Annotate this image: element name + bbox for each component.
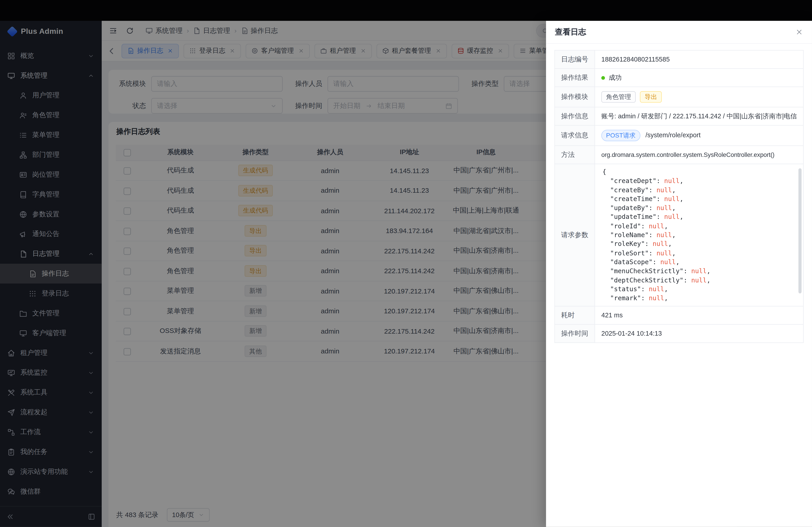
json-line: "createDept": null, (603, 177, 796, 186)
field-label: 请求信息 (555, 125, 595, 146)
view-log-drawer: 查看日志 日志编号 1882612840802115585 操作结果 成功 操作… (546, 21, 812, 527)
log-detail: 日志编号 1882612840802115585 操作结果 成功 操作模块 角色… (554, 50, 804, 343)
close-icon[interactable] (795, 28, 803, 36)
field-label: 操作时间 (555, 325, 595, 343)
request-info-value: POST请求/system/role/export (595, 125, 803, 146)
row-method: 方法 org.dromara.system.controller.system.… (555, 146, 803, 164)
row-duration: 耗时 421 ms (555, 306, 803, 325)
request-params-cell: { "createDept": null, "createBy": null, … (595, 164, 803, 306)
field-label: 操作模块 (555, 87, 595, 107)
row-time: 操作时间 2025-01-24 10:14:13 (555, 325, 803, 343)
json-line: "roleId": null, (603, 222, 796, 231)
json-line: { (603, 168, 796, 177)
row-log-id: 日志编号 1882612840802115585 (555, 50, 803, 69)
operation-info-value: 账号: admin / 研发部门 / 222.175.114.242 / 中国|… (595, 107, 803, 125)
row-module: 操作模块 角色管理导出 (555, 87, 803, 107)
drawer-title: 查看日志 (555, 27, 586, 37)
module-tag: 角色管理 (601, 91, 636, 103)
field-label: 方法 (555, 146, 595, 164)
json-line: "menuCheckStrictly": null, (603, 267, 796, 276)
post-method-tag: POST请求 (601, 130, 640, 141)
field-label: 操作信息 (555, 107, 595, 125)
request-params-json[interactable]: { "createDept": null, "createBy": null, … (595, 164, 803, 306)
json-line: "updateTime": null, (603, 213, 796, 222)
log-id-value: 1882612840802115585 (595, 50, 803, 69)
row-params: 请求参数 { "createDept": null, "createBy": n… (555, 164, 803, 306)
field-label: 操作结果 (555, 69, 595, 87)
json-line: "dataScope": null, (603, 258, 796, 267)
json-line: "deptCheckStrictly": null, (603, 276, 796, 285)
field-label: 请求参数 (555, 164, 595, 306)
json-line: "roleName": null, (603, 231, 796, 240)
method-value: org.dromara.system.controller.system.Sys… (595, 146, 803, 164)
row-request: 请求信息 POST请求/system/role/export (555, 125, 803, 146)
json-line: "remark": null, (603, 294, 796, 303)
field-label: 耗时 (555, 306, 595, 325)
json-line: "roleSort": null, (603, 249, 796, 258)
row-result: 操作结果 成功 (555, 69, 803, 87)
json-line: "roleKey": null, (603, 240, 796, 249)
screen: Plus Admin 概览系统管理用户管理角色管理菜单管理部门管理岗位管理字典管… (0, 0, 812, 527)
duration-value: 421 ms (595, 306, 803, 325)
module-tags: 角色管理导出 (595, 87, 803, 107)
json-line: "status": null, (603, 285, 796, 294)
field-label: 日志编号 (555, 50, 595, 69)
json-line: "createTime": null, (603, 195, 796, 204)
export-tag: 导出 (640, 91, 662, 103)
operation-time-value: 2025-01-24 10:14:13 (595, 325, 803, 343)
success-dot-icon (601, 76, 605, 79)
request-url: /system/role/export (646, 132, 700, 139)
drawer-header: 查看日志 (546, 21, 812, 44)
row-info: 操作信息 账号: admin / 研发部门 / 222.175.114.242 … (555, 107, 803, 125)
json-line: "createBy": null, (603, 186, 796, 195)
result-value: 成功 (595, 69, 803, 87)
code-scrollbar[interactable] (798, 168, 802, 293)
json-line: "updateBy": null, (603, 204, 796, 213)
